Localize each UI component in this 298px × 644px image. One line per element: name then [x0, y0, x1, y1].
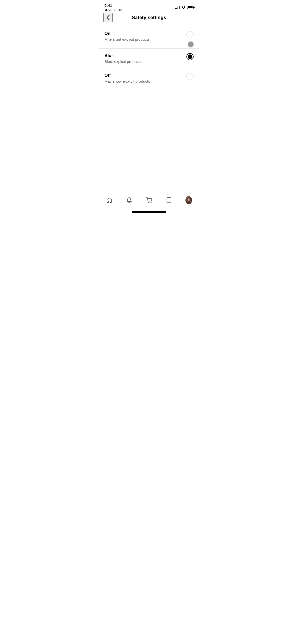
setting-blur-row: Blur Blurs explicit products — [99, 49, 199, 68]
status-indicators — [175, 6, 194, 9]
home-icon — [106, 197, 113, 203]
tab-orders[interactable] — [162, 195, 175, 206]
back-label-text: App Store — [107, 8, 122, 12]
setting-on-radio[interactable] — [186, 31, 194, 38]
signal-icon — [175, 6, 180, 9]
cart-icon — [146, 197, 152, 203]
status-time: 9:41 — [104, 3, 122, 8]
svg-point-1 — [151, 202, 151, 203]
setting-blur-wrapper: Blur Blurs explicit products — [99, 49, 199, 68]
status-bar: 9:41 ◀ App Store — [99, 0, 199, 13]
svg-point-6 — [188, 198, 190, 200]
status-back[interactable]: ◀ App Store — [104, 8, 122, 12]
slider-track — [104, 44, 194, 44]
tab-profile[interactable] — [182, 195, 195, 206]
settings-content: On Filters out explicit products Blur Bl… — [99, 24, 199, 90]
home-indicator — [132, 211, 166, 213]
status-left: 9:41 ◀ App Store — [104, 3, 122, 12]
profile-avatar — [185, 197, 192, 203]
setting-off-wrapper: Off May show explicit products — [99, 68, 199, 88]
setting-off-text: Off May show explicit products — [104, 73, 186, 83]
svg-rect-2 — [167, 198, 171, 203]
setting-off-row: Off May show explicit products — [99, 68, 199, 88]
setting-on-text: On Filters out explicit products — [104, 31, 186, 41]
nav-header: Safety settings — [99, 13, 199, 24]
tab-home[interactable] — [103, 195, 116, 206]
wifi-icon — [181, 6, 185, 9]
setting-on-row: On Filters out explicit products — [99, 26, 199, 43]
list-icon — [166, 197, 172, 203]
setting-off-radio[interactable] — [186, 73, 194, 80]
setting-blur-text: Blur Blurs explicit products — [104, 53, 186, 64]
setting-blur-label: Blur — [104, 53, 186, 58]
setting-blur-description: Blurs explicit products — [104, 59, 186, 64]
tab-notifications[interactable] — [123, 195, 136, 206]
svg-point-0 — [148, 202, 148, 203]
setting-blur-radio[interactable] — [186, 53, 194, 60]
bell-icon — [126, 197, 132, 203]
page-title: Safety settings — [132, 15, 166, 20]
slider-container — [99, 43, 199, 48]
setting-off-description: May show explicit products — [104, 79, 186, 83]
battery-icon — [187, 6, 194, 9]
setting-off-label: Off — [104, 73, 186, 78]
setting-on-label: On — [104, 31, 186, 36]
setting-on-wrapper: On Filters out explicit products — [99, 26, 199, 49]
back-arrow-status: ◀ — [104, 8, 107, 12]
setting-on-description: Filters out explicit products — [104, 37, 186, 41]
back-button[interactable] — [103, 13, 113, 22]
tab-cart[interactable] — [143, 195, 155, 206]
slider-handle[interactable] — [188, 41, 194, 47]
